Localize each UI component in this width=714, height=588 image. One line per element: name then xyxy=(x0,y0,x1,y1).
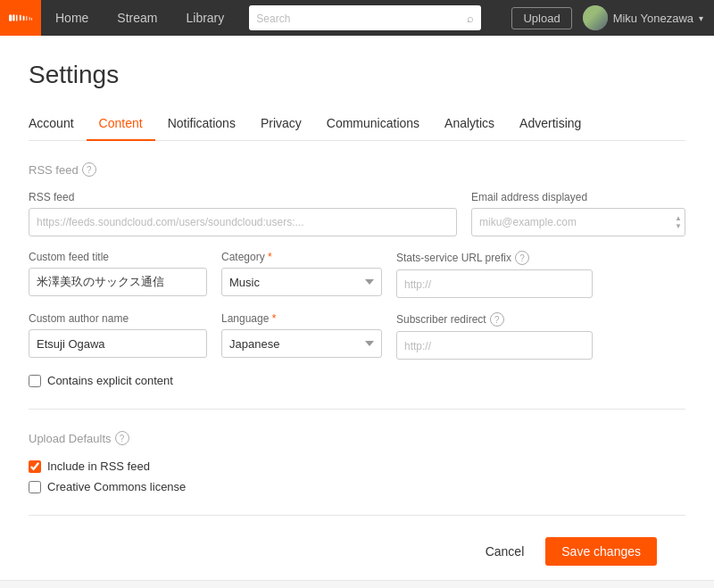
author-label: Custom author name xyxy=(29,312,207,325)
subscriber-help-icon[interactable]: ? xyxy=(490,312,504,327)
custom-title-input[interactable] xyxy=(29,268,207,296)
user-menu[interactable]: Miku Yonezawa ▾ xyxy=(583,5,703,30)
email-label: Email address displayed xyxy=(471,191,685,203)
search-container: ⌕ xyxy=(238,0,501,36)
tab-account[interactable]: Account xyxy=(29,107,87,141)
email-input-wrapper: ▲ ▼ xyxy=(471,208,685,236)
search-input[interactable] xyxy=(256,12,467,25)
custom-title-group: Custom feed title xyxy=(29,251,207,296)
section-divider xyxy=(29,409,685,410)
nav-stream[interactable]: Stream xyxy=(103,0,171,36)
author-group: Custom author name xyxy=(29,312,207,358)
subscriber-label: Subscriber redirect ? xyxy=(396,312,593,327)
soundcloud-logo-icon xyxy=(9,11,32,25)
form-actions: Cancel Save changes xyxy=(29,515,685,580)
arrow-up-icon[interactable]: ▲ xyxy=(675,214,682,222)
custom-title-label: Custom feed title xyxy=(29,251,207,263)
nav-links: Home Stream Library xyxy=(41,0,238,36)
rss-feed-label: RSS feed xyxy=(29,191,457,203)
stats-help-icon[interactable]: ? xyxy=(515,251,529,265)
rss-section-label: RSS feed ? xyxy=(29,162,685,177)
chevron-down-icon: ▾ xyxy=(699,13,703,23)
top-navigation: Home Stream Library ⌕ Upload Miku Yoneza… xyxy=(0,0,714,36)
author-language-subscriber-row: Custom author name Language * Japanese E… xyxy=(29,312,685,360)
language-required: * xyxy=(272,312,277,325)
page-title: Settings xyxy=(29,61,685,89)
category-select[interactable]: Music Arts Business Comedy Education Tec… xyxy=(221,268,382,296)
language-select[interactable]: Japanese English French German Spanish xyxy=(221,329,382,358)
rss-help-icon[interactable]: ? xyxy=(82,162,96,177)
include-rss-label[interactable]: Include in RSS feed xyxy=(47,460,150,473)
stats-label: Stats-service URL prefix ? xyxy=(396,251,593,265)
nav-library[interactable]: Library xyxy=(171,0,238,36)
tab-advertising[interactable]: Advertising xyxy=(507,107,594,141)
search-icon: ⌕ xyxy=(467,12,474,25)
rss-feed-row: RSS feed Email address displayed ▲ ▼ xyxy=(29,191,685,236)
search-box: ⌕ xyxy=(249,5,481,30)
include-rss-checkbox[interactable] xyxy=(29,460,41,473)
subscriber-group: Subscriber redirect ? xyxy=(396,312,593,360)
email-group: Email address displayed ▲ ▼ xyxy=(471,191,685,236)
tab-analytics[interactable]: Analytics xyxy=(432,107,507,141)
category-label: Category * xyxy=(221,251,382,263)
cc-license-checkbox[interactable] xyxy=(29,481,41,493)
cancel-button[interactable]: Cancel xyxy=(475,539,536,564)
cc-license-group: Creative Commons license xyxy=(29,480,685,493)
include-rss-group: Include in RSS feed xyxy=(29,460,685,473)
upload-button[interactable]: Upload xyxy=(511,7,571,29)
email-arrows: ▲ ▼ xyxy=(675,214,682,230)
title-category-stats-row: Custom feed title Category * Music Arts … xyxy=(29,251,685,298)
rss-feed-input[interactable] xyxy=(29,208,457,236)
upload-help-icon[interactable]: ? xyxy=(115,431,129,445)
user-name: Miku Yonezawa xyxy=(613,12,693,25)
cc-license-label[interactable]: Creative Commons license xyxy=(47,480,186,493)
nav-home[interactable]: Home xyxy=(41,0,103,36)
language-group: Language * Japanese English French Germa… xyxy=(221,312,382,358)
tab-communications[interactable]: Communications xyxy=(314,107,432,141)
tab-content[interactable]: Content xyxy=(87,107,155,141)
language-label: Language * xyxy=(221,312,382,325)
explicit-checkbox-group: Contains explicit content xyxy=(29,374,685,387)
page-footer: Legal · Privacy · Cookies · Imprint · Cr… xyxy=(0,580,714,588)
email-input[interactable] xyxy=(471,208,685,236)
upload-section-label: Upload Defaults ? xyxy=(29,431,685,445)
subscriber-input[interactable] xyxy=(396,331,593,360)
explicit-checkbox[interactable] xyxy=(29,375,41,387)
stats-input[interactable] xyxy=(396,269,593,298)
settings-tabs: Account Content Notifications Privacy Co… xyxy=(29,107,685,141)
rss-feed-group: RSS feed xyxy=(29,191,457,236)
tab-privacy[interactable]: Privacy xyxy=(248,107,314,141)
stats-group: Stats-service URL prefix ? xyxy=(396,251,593,298)
save-button[interactable]: Save changes xyxy=(545,537,657,566)
author-input[interactable] xyxy=(29,329,207,358)
arrow-down-icon[interactable]: ▼ xyxy=(675,222,682,230)
category-required: * xyxy=(268,251,272,263)
settings-page: Settings Account Content Notifications P… xyxy=(0,36,714,580)
explicit-label[interactable]: Contains explicit content xyxy=(47,374,173,387)
soundcloud-logo[interactable] xyxy=(0,0,41,36)
category-group: Category * Music Arts Business Comedy Ed… xyxy=(221,251,382,296)
avatar xyxy=(583,5,608,30)
tab-notifications[interactable]: Notifications xyxy=(155,107,248,141)
nav-right: Upload Miku Yonezawa ▾ xyxy=(501,0,714,36)
